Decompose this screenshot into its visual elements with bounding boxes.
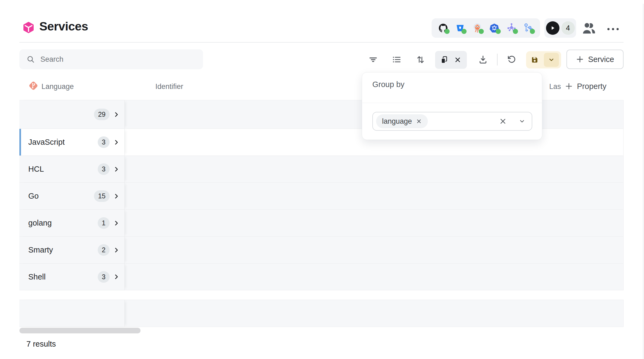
page-title: Services: [39, 19, 88, 33]
table-row-shell[interactable]: Shell 3: [19, 263, 624, 290]
argocd-integration-icon[interactable]: [472, 23, 482, 33]
header-divider: [19, 42, 624, 43]
plus-icon: [565, 82, 573, 90]
column-header-identifier[interactable]: Identifier: [155, 82, 183, 91]
group-by-select[interactable]: language: [372, 112, 532, 131]
filter-button[interactable]: [367, 53, 380, 66]
list-view-button[interactable]: [390, 53, 403, 66]
group-count-badge: 3: [98, 163, 110, 175]
chevron-right-icon[interactable]: [113, 274, 120, 280]
clear-group-by-icon[interactable]: [453, 56, 462, 64]
group-by-popover: Group by language: [362, 72, 542, 140]
table-row-go[interactable]: Go 15: [19, 182, 624, 209]
filter-icon: [368, 54, 378, 65]
table-footer-row: [19, 300, 624, 327]
column-header-language[interactable]: Language: [41, 82, 74, 91]
play-icon: [546, 21, 559, 35]
search-icon: [26, 55, 35, 64]
search-field[interactable]: [19, 49, 203, 69]
results-count: 7 results: [26, 340, 56, 348]
status-dot: [513, 29, 518, 34]
add-property-button[interactable]: Property: [565, 80, 607, 92]
chevron-right-icon[interactable]: [113, 139, 120, 146]
more-options-button[interactable]: [607, 26, 621, 32]
dot: [607, 28, 610, 30]
github-integration-icon[interactable]: [438, 23, 448, 33]
dot: [612, 28, 614, 30]
group-by-icon: [440, 56, 449, 64]
toolbar-separator: [497, 54, 498, 65]
chevron-right-icon[interactable]: [113, 111, 120, 118]
table-row-smarty[interactable]: Smarty 2: [19, 236, 624, 263]
group-by-title: Group by: [372, 80, 404, 89]
group-label: Shell: [28, 272, 98, 281]
table-row-golang[interactable]: golang 1: [19, 209, 624, 236]
group-count-badge: 2: [98, 244, 110, 256]
popover-divider: [362, 103, 542, 103]
list-icon: [392, 54, 402, 65]
status-dot: [444, 29, 450, 34]
group-cell: HCL 3: [19, 156, 125, 182]
group-cell: Go 15: [19, 183, 125, 209]
group-label: Go: [28, 192, 94, 201]
group-count-badge: 15: [94, 190, 110, 202]
add-service-label: Service: [588, 55, 614, 64]
chevron-right-icon[interactable]: [113, 166, 120, 172]
status-dot: [530, 29, 535, 34]
reset-button[interactable]: [505, 53, 518, 66]
group-label: JavaScript: [28, 138, 98, 147]
group-by-button-active[interactable]: [435, 51, 467, 69]
group-label: Smarty: [28, 246, 98, 254]
remove-chip-icon[interactable]: [416, 118, 422, 124]
group-count-badge: 1: [98, 217, 110, 229]
add-property-label: Property: [577, 82, 607, 91]
export-button[interactable]: [477, 53, 489, 66]
save-view-button[interactable]: [526, 51, 561, 68]
runs-count-badge: 4: [561, 21, 575, 35]
runs-button[interactable]: 4: [544, 18, 576, 38]
add-service-button[interactable]: Service: [566, 50, 624, 69]
bitbucket-integration-icon[interactable]: [455, 23, 465, 33]
save-icon: [530, 56, 539, 64]
pipeline-integration-icon[interactable]: [523, 23, 534, 33]
table-row-hcl[interactable]: HCL 3: [19, 156, 624, 182]
group-cell: Shell 3: [19, 264, 125, 290]
chevron-down-icon: [548, 57, 555, 63]
chevron-down-icon[interactable]: [519, 118, 525, 125]
chevron-right-icon[interactable]: [113, 193, 120, 199]
horizontal-scrollbar[interactable]: [19, 328, 141, 333]
group-cell: Smarty 2: [19, 237, 125, 263]
group-count-badge: 3: [98, 271, 110, 283]
dot: [617, 28, 619, 30]
status-dot: [496, 29, 501, 34]
column-header-last-truncated[interactable]: Las: [549, 82, 562, 91]
status-dot: [461, 29, 467, 34]
users-icon[interactable]: [582, 22, 597, 35]
chevron-right-icon[interactable]: [113, 220, 120, 226]
chevron-right-icon[interactable]: [113, 247, 120, 253]
sort-icon: [415, 54, 426, 65]
group-count-badge: 29: [94, 109, 110, 120]
services-cube-logo: [23, 22, 34, 33]
group-label: golang: [28, 219, 98, 227]
download-icon: [478, 54, 488, 65]
group-count-badge: 3: [98, 136, 110, 148]
kubernetes-integration-icon[interactable]: [489, 23, 499, 33]
group-cell: JavaScript 3: [19, 129, 125, 156]
sort-button[interactable]: [414, 53, 427, 66]
clear-all-icon[interactable]: [499, 118, 506, 125]
save-options-caret[interactable]: [544, 53, 559, 67]
git-property-icon: [28, 80, 39, 91]
chip-label: language: [382, 117, 412, 126]
footer-group-cell: [19, 300, 125, 327]
group-label: HCL: [28, 165, 98, 174]
group-by-chip-language[interactable]: language: [376, 114, 428, 128]
undo-icon: [506, 54, 516, 65]
status-dot: [479, 29, 484, 34]
plus-icon: [576, 55, 584, 63]
search-input[interactable]: [40, 55, 196, 64]
integrations-status-bar: [432, 18, 540, 38]
window-right-border: [643, 4, 643, 359]
cluster-integration-icon[interactable]: [506, 23, 517, 33]
group-cell: golang 1: [19, 210, 125, 236]
